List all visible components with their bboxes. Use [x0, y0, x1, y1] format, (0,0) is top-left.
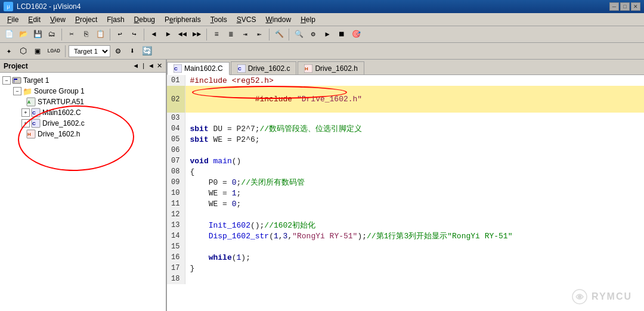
tab-main1602[interactable]: C Main1602.C	[167, 62, 230, 75]
debug-stop-button[interactable]: ⏹	[335, 28, 348, 41]
cut-button[interactable]: ✂	[65, 28, 78, 41]
menu-tools[interactable]: Tools	[206, 14, 232, 25]
tree-file-drive-h[interactable]: H Drive_1602.h	[0, 129, 166, 139]
code-line-4: 04 sbit DU = P2^7;//数码管段选、位选引脚定义	[167, 123, 644, 134]
debug-start-button[interactable]: ▶	[321, 28, 334, 41]
main-content: Project ◄ | ◄ ✕ − T Target 1	[0, 60, 644, 311]
nav-back-button[interactable]: ◄	[147, 28, 160, 41]
expand-drive-c-icon[interactable]: +	[21, 119, 30, 127]
menu-window[interactable]: Window	[261, 14, 296, 25]
maximize-button[interactable]: □	[620, 2, 630, 11]
tree-file-main[interactable]: + C Main1602.C	[0, 107, 166, 118]
line-num-9: 09	[167, 177, 185, 188]
tab-drive-c-icon: C	[237, 64, 246, 73]
line-code-4: sbit DU = P2^7;//数码管段选、位选引脚定义	[185, 123, 644, 134]
search-button[interactable]: 🔍	[292, 28, 305, 41]
menu-file[interactable]: File	[2, 14, 23, 25]
tabs-bar: C Main1602.C C Drive_1602.c H Drive_1602…	[167, 60, 644, 75]
line-num-17: 17	[167, 263, 185, 273]
nav-fwd-button[interactable]: ►	[162, 28, 175, 41]
chip-icon: ⬡	[17, 45, 30, 58]
undo-button[interactable]: ↩	[113, 28, 126, 41]
rebuild-button[interactable]: 🔄	[140, 45, 153, 58]
target-settings-button[interactable]: ⚙	[112, 45, 125, 58]
redo-button[interactable]: ↪	[128, 28, 141, 41]
line-code-6	[185, 145, 644, 156]
save-button[interactable]: 💾	[31, 28, 44, 41]
line-code-1: #include <reg52.h>	[185, 75, 644, 86]
code-line-17: 17 }	[167, 263, 644, 273]
startup-file-label: STARTUP.A51	[38, 98, 84, 106]
separator-4	[206, 29, 207, 41]
drive-c-file-label: Drive_1602.c	[42, 119, 85, 127]
menu-project[interactable]: Project	[70, 14, 102, 25]
minimize-button[interactable]: ─	[609, 2, 619, 11]
close-button[interactable]: ✕	[631, 2, 640, 11]
svg-point-18	[578, 295, 581, 298]
indent-button[interactable]: ⇥	[239, 28, 252, 41]
menu-peripherals[interactable]: Peripherals	[160, 14, 206, 25]
build-button[interactable]: 🔨	[273, 28, 286, 41]
menu-help[interactable]: Help	[296, 14, 320, 25]
menu-debug[interactable]: Debug	[129, 14, 160, 25]
line-code-16: while(1);	[185, 252, 644, 263]
line-code-10: WE = 1;	[185, 188, 644, 198]
tree-source-group[interactable]: − 📁 Source Group 1	[0, 86, 166, 97]
align-left-button[interactable]: ≡	[210, 28, 223, 41]
source-group-label: Source Group 1	[34, 87, 85, 95]
line-num-4: 04	[167, 123, 185, 134]
code-line-5: 05 sbit WE = P2^6;	[167, 134, 644, 145]
line-num-1: 01	[167, 75, 185, 86]
new-file-button[interactable]: 📄	[2, 28, 16, 41]
panel-close-icon[interactable]: ✕	[157, 62, 162, 70]
line-num-2: 02	[167, 86, 185, 113]
title-text: LCD1602 - µVision4	[17, 2, 609, 11]
download-button[interactable]: ⬇	[126, 45, 139, 58]
memory-icon: ▣	[31, 45, 44, 58]
expand-target-icon[interactable]: −	[2, 76, 11, 85]
settings-button[interactable]: ⚙	[306, 28, 320, 41]
dock-icon[interactable]: ◄	[132, 62, 139, 70]
outdent-button[interactable]: ⇤	[253, 28, 266, 41]
code-line-15: 15	[167, 241, 644, 252]
app-icon: μ	[4, 2, 13, 11]
paste-button[interactable]: 📋	[94, 28, 107, 41]
c-file-main-icon: C	[31, 108, 41, 117]
tab-drive-h-label: Drive_1602.h	[315, 64, 357, 73]
target-button[interactable]: 🎯	[349, 28, 363, 41]
line-num-7: 07	[167, 156, 185, 166]
svg-text:T: T	[13, 80, 15, 83]
tree-file-drive-c[interactable]: + C Drive_1602.c	[0, 118, 166, 129]
tab-drive-c-label: Drive_1602.c	[248, 64, 290, 73]
tree-file-startup[interactable]: A STARTUP.A51	[0, 97, 166, 107]
nav-back2-button[interactable]: ◄◄	[176, 28, 189, 41]
code-area[interactable]: 01 #include <reg52.h> 02 #include "Drive…	[167, 75, 644, 311]
align-center-button[interactable]: ≣	[224, 28, 237, 41]
save-all-button[interactable]: 🗂	[45, 28, 58, 41]
tab-drive-h[interactable]: H Drive_1602.h	[298, 61, 364, 74]
line-num-15: 15	[167, 241, 185, 252]
menu-svcs[interactable]: SVCS	[232, 14, 261, 25]
svg-text:H: H	[305, 66, 308, 71]
project-header-icons: ◄ | ◄ ✕	[132, 62, 162, 70]
separator-6	[289, 29, 289, 41]
line-code-11: WE = 0;	[185, 198, 644, 209]
panel-pin-icon[interactable]: ◄	[148, 62, 154, 70]
tab-drive-c[interactable]: C Drive_1602.c	[231, 61, 297, 74]
h-file-icon: H	[26, 129, 36, 139]
svg-text:A: A	[27, 100, 30, 104]
target-select[interactable]: Target 1	[69, 45, 110, 57]
copy-button[interactable]: ⎘	[79, 28, 92, 41]
menu-view[interactable]: View	[45, 14, 70, 25]
tree-target-1[interactable]: − T Target 1	[0, 75, 166, 86]
open-button[interactable]: 📂	[17, 28, 30, 41]
line-code-8: {	[185, 166, 644, 177]
svg-text:C: C	[238, 66, 242, 71]
menu-flash[interactable]: Flash	[102, 14, 129, 25]
expand-main-icon[interactable]: +	[21, 108, 30, 117]
expand-source-group-icon[interactable]: −	[13, 87, 21, 95]
code-line-14: 14 Disp_1602_str(1,3,"RongYi RY-51");//第…	[167, 231, 644, 241]
line-code-7: void main()	[185, 156, 644, 166]
nav-fwd2-button[interactable]: ►►	[190, 28, 203, 41]
menu-edit[interactable]: Edit	[23, 14, 45, 25]
